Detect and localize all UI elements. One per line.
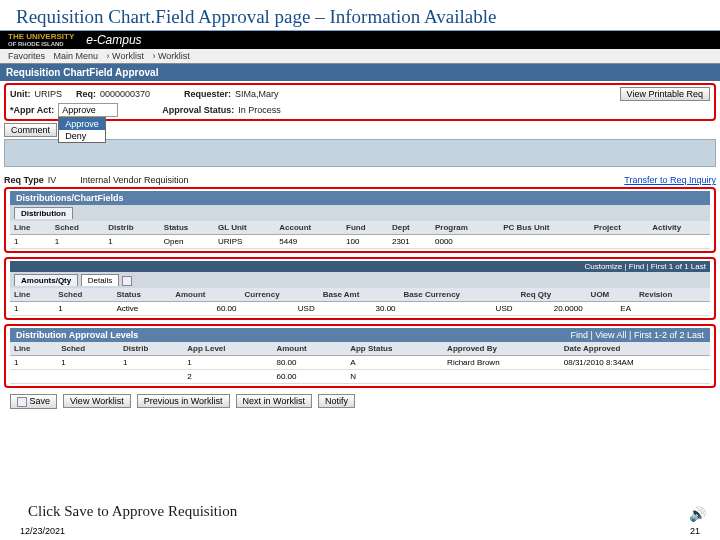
option-deny[interactable]: Deny: [59, 130, 105, 142]
table-row: 111OpenURIPS544910023010000: [10, 235, 710, 249]
req-value: 0000000370: [100, 89, 150, 99]
slide-title: Requisition Chart.Field Approval page – …: [0, 0, 720, 31]
save-button[interactable]: Save: [10, 394, 57, 409]
nav-main-menu[interactable]: Main Menu: [54, 51, 99, 61]
col-header: Activity: [648, 221, 710, 235]
page-title: Requisition ChartField Approval: [0, 64, 720, 81]
col-header: Distrib: [104, 221, 160, 235]
approval-levels-table: LineSchedDistribApp LevelAmountApp Statu…: [10, 342, 710, 384]
requester-value: SIMa,Mary: [235, 89, 279, 99]
col-header: Dept: [388, 221, 431, 235]
tab-distribution[interactable]: Distribution: [14, 207, 73, 219]
header-annotation-box: Unit: URIPS Req: 0000000370 Requester: S…: [4, 83, 716, 121]
col-header: Approved By: [443, 342, 560, 356]
distributions-header: Distributions/ChartFields: [10, 191, 710, 205]
col-header: App Status: [346, 342, 443, 356]
approval-levels-header: Distribution Approval Levels Find | View…: [10, 328, 710, 342]
col-header: Account: [275, 221, 342, 235]
col-header: Amount: [272, 342, 346, 356]
requester-label: Requester:: [184, 89, 231, 99]
col-header: Revision: [635, 288, 710, 302]
line-details-table: LineSchedStatusAmountCurrencyBase AmtBas…: [10, 288, 710, 316]
table-row: 260.00N: [10, 370, 710, 384]
req-type-desc: Internal Vendor Requisition: [80, 175, 188, 185]
col-header: Status: [160, 221, 214, 235]
tab-amounts-qty[interactable]: Amounts/Qty: [14, 274, 78, 286]
col-header: Line: [10, 221, 51, 235]
university-logo: THE UNIVERSITYOF RHODE ISLAND: [8, 33, 74, 47]
line-details-gridbar: Customize | Find | First 1 of 1 Last: [10, 261, 710, 272]
notify-button[interactable]: Notify: [318, 394, 355, 408]
find-link[interactable]: Find | View All |: [570, 330, 631, 340]
col-header: PC Bus Unit: [499, 221, 589, 235]
table-row: 111180.00ARichard Brown08/31/2010 8:34AM: [10, 356, 710, 370]
distributions-table: LineSchedDistribStatusGL UnitAccountFund…: [10, 221, 710, 249]
col-header: Req Qty: [517, 288, 587, 302]
view-printable-button[interactable]: View Printable Req: [620, 87, 710, 101]
req-type-label: Req Type: [4, 175, 44, 185]
line-details-annotation-box: Customize | Find | First 1 of 1 Last Amo…: [4, 257, 716, 320]
previous-in-worklist-button[interactable]: Previous in Worklist: [137, 394, 230, 408]
nav-worklist[interactable]: Worklist: [112, 51, 144, 61]
col-header: Program: [431, 221, 499, 235]
col-header: Fund: [342, 221, 388, 235]
col-header: Base Amt: [319, 288, 400, 302]
next-in-worklist-button[interactable]: Next in Worklist: [236, 394, 312, 408]
req-label: Req:: [76, 89, 96, 99]
view-worklist-button[interactable]: View Worklist: [63, 394, 131, 408]
show-all-columns-icon[interactable]: [122, 276, 132, 286]
distributions-annotation-box: Distributions/ChartFields Distribution L…: [4, 187, 716, 253]
approval-levels-annotation-box: Distribution Approval Levels Find | View…: [4, 324, 716, 388]
appr-act-dropdown-list: Approve Deny: [58, 117, 106, 143]
appr-act-label: *Appr Act:: [10, 105, 54, 115]
breadcrumb: Favorites Main Menu › Worklist › Worklis…: [0, 49, 720, 64]
ecampus-logo: e-Campus: [86, 33, 141, 47]
comment-tab[interactable]: Comment: [4, 123, 57, 137]
option-approve[interactable]: Approve: [59, 118, 105, 130]
appr-act-select[interactable]: Approve: [58, 103, 118, 117]
col-header: Line: [10, 342, 57, 356]
col-header: Sched: [51, 221, 104, 235]
col-header: Amount: [171, 288, 240, 302]
tab-details[interactable]: Details: [81, 274, 119, 286]
save-icon: [17, 397, 27, 407]
app-banner: THE UNIVERSITYOF RHODE ISLAND e-Campus: [0, 31, 720, 49]
col-header: Sched: [57, 342, 119, 356]
col-header: Base Currency: [400, 288, 517, 302]
transfer-to-req-inquiry-link[interactable]: Transfer to Req Inquiry: [624, 175, 716, 185]
col-header: Sched: [54, 288, 112, 302]
table-row: 11Active60.00USD30.00USD20.0000EA: [10, 302, 710, 316]
col-header: Currency: [241, 288, 319, 302]
speaker-icon: 🔊: [689, 506, 706, 522]
slide-page-number: 21: [690, 526, 700, 536]
col-header: GL Unit: [214, 221, 275, 235]
nav-worklist-leaf[interactable]: Worklist: [158, 51, 190, 61]
req-type-code: IV: [48, 175, 57, 185]
page-footer-buttons: Save View Worklist Previous in Worklist …: [4, 390, 716, 413]
slide-date: 12/23/2021: [20, 526, 65, 536]
comment-textarea[interactable]: [4, 139, 716, 167]
col-header: Distrib: [119, 342, 183, 356]
col-header: Status: [112, 288, 171, 302]
col-header: Line: [10, 288, 54, 302]
col-header: App Level: [183, 342, 272, 356]
unit-value: URIPS: [35, 89, 63, 99]
col-header: Date Approved: [560, 342, 710, 356]
slide-caption: Click Save to Approve Requisition: [28, 503, 237, 520]
approval-status-label: Approval Status:: [162, 105, 234, 115]
unit-label: Unit:: [10, 89, 31, 99]
col-header: Project: [590, 221, 649, 235]
approval-status-value: In Process: [238, 105, 281, 115]
col-header: UOM: [587, 288, 635, 302]
nav-favorites[interactable]: Favorites: [8, 51, 45, 61]
